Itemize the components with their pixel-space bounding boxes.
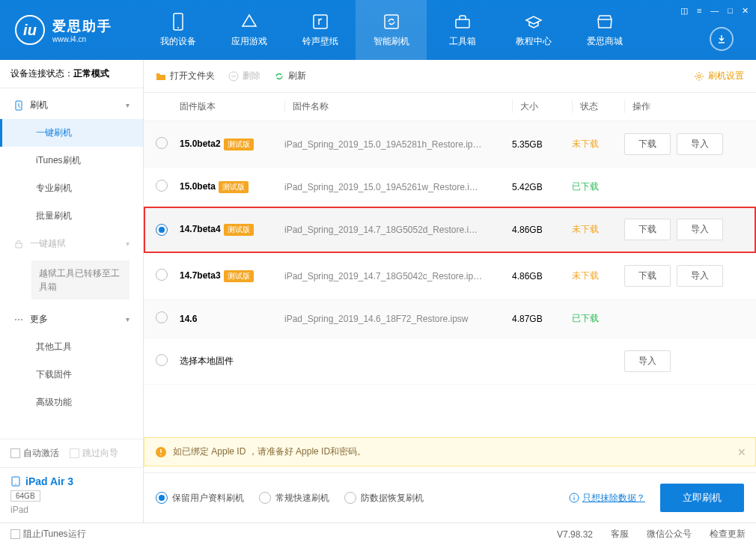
- sidebar-item-download[interactable]: 下载固件: [0, 361, 143, 389]
- nav-my-device[interactable]: 我的设备: [142, 0, 213, 60]
- svg-rect-6: [16, 243, 22, 248]
- radio-icon[interactable]: [156, 269, 168, 281]
- flash-settings-button[interactable]: 刷机设置: [694, 70, 744, 82]
- logo-text: 爱思助手 www.i4.cn: [52, 17, 112, 43]
- sidebar-item-itunes[interactable]: iTunes刷机: [0, 147, 143, 174]
- graduation-icon: [525, 13, 543, 31]
- firmware-status: 未下载: [572, 224, 599, 234]
- sidebar-item-advanced[interactable]: 高级功能: [0, 389, 143, 416]
- import-button[interactable]: 导入: [677, 219, 723, 240]
- import-button[interactable]: 导入: [677, 133, 723, 155]
- device-type: iPad: [10, 505, 132, 515]
- firmware-size: 4.86GB: [512, 271, 572, 281]
- download-button[interactable]: 下载: [624, 133, 671, 155]
- window-maximize-icon[interactable]: □: [728, 6, 733, 16]
- window-minimize-icon[interactable]: —: [710, 6, 719, 16]
- store-icon: [596, 13, 614, 31]
- sidebar-jailbreak-note: 越狱工具已转移至工具箱: [31, 261, 129, 299]
- svg-rect-3: [385, 15, 398, 28]
- lock-icon: [13, 239, 24, 249]
- chevron-down-icon: ▾: [126, 315, 129, 323]
- firmware-name: iPad_Spring_2019_15.0_19A5281h_Restore.i…: [284, 139, 512, 150]
- device-name: iPad Air 3: [10, 475, 132, 487]
- nav-store[interactable]: 爱思商城: [569, 0, 640, 60]
- svg-point-1: [177, 27, 179, 28]
- download-button[interactable]: 下载: [624, 219, 671, 240]
- folder-icon: [156, 71, 166, 82]
- logo-url: www.i4.cn: [52, 35, 112, 43]
- radio-icon: [344, 492, 356, 504]
- erase-data-link[interactable]: 只想抹除数据？: [569, 492, 645, 505]
- nav-apps[interactable]: 应用游戏: [213, 0, 284, 60]
- sidebar-item-pro[interactable]: 专业刷机: [0, 174, 143, 202]
- block-itunes-checkbox[interactable]: 阻止iTunes运行: [10, 528, 86, 541]
- nav-toolbox[interactable]: 工具箱: [427, 0, 498, 60]
- firmware-row[interactable]: 14.7beta4测试版 iPad_Spring_2019_14.7_18G50…: [144, 207, 756, 253]
- firmware-row[interactable]: 14.6 iPad_Spring_2019_14.6_18F72_Restore…: [144, 299, 756, 338]
- update-link[interactable]: 检查更新: [710, 528, 746, 541]
- nav-ringtones[interactable]: 铃声壁纸: [284, 0, 356, 60]
- nav-tutorials[interactable]: 教程中心: [498, 0, 569, 60]
- firmware-row[interactable]: 14.7beta3测试版 iPad_Spring_2019_14.7_18G50…: [144, 253, 756, 299]
- window-controls: ◫ ≡ — □ ✕: [680, 6, 749, 16]
- local-firmware-row[interactable]: 选择本地固件 导入: [144, 338, 756, 385]
- auto-activate-checkbox[interactable]: 自动激活: [10, 447, 59, 460]
- download-progress-icon[interactable]: [710, 27, 734, 51]
- firmware-size: 5.42GB: [512, 182, 572, 192]
- skip-guide-checkbox[interactable]: 跳过向导: [70, 447, 118, 460]
- logo-icon: iu: [15, 15, 45, 45]
- nav-smart-flash[interactable]: 智能刷机: [356, 0, 427, 60]
- refresh-button[interactable]: 刷新: [274, 70, 306, 82]
- window-menu-icon[interactable]: ≡: [697, 6, 701, 16]
- beta-badge: 测试版: [224, 270, 254, 282]
- phone-icon: [169, 13, 187, 31]
- firmware-size: 4.86GB: [512, 225, 572, 235]
- toolbar: 打开文件夹 删除 刷新 刷机设置: [144, 60, 756, 93]
- flash-option-normal[interactable]: 常规快速刷机: [259, 492, 329, 505]
- open-folder-button[interactable]: 打开文件夹: [156, 70, 215, 82]
- device-status: 设备连接状态：正常模式: [0, 60, 143, 88]
- import-button[interactable]: 导入: [677, 265, 723, 287]
- service-link[interactable]: 客服: [611, 528, 629, 541]
- download-button[interactable]: 下载: [624, 265, 671, 287]
- radio-icon[interactable]: [156, 180, 168, 192]
- radio-icon[interactable]: [156, 311, 168, 323]
- radio-icon[interactable]: [156, 224, 168, 236]
- sidebar-more-section[interactable]: 更多 ▾: [0, 305, 143, 333]
- top-nav: 我的设备 应用游戏 铃声壁纸 智能刷机 工具箱 教程中心 爱思商城: [142, 0, 640, 60]
- import-button[interactable]: 导入: [624, 350, 671, 372]
- device-storage: 64GB: [10, 490, 40, 502]
- beta-badge: 测试版: [219, 181, 249, 193]
- wechat-link[interactable]: 微信公众号: [647, 528, 692, 541]
- flash-option-antirecovery[interactable]: 防数据恢复刷机: [344, 492, 424, 505]
- sidebar-item-batch[interactable]: 批量刷机: [0, 202, 143, 230]
- sidebar-jailbreak-section: 一键越狱 ▾: [0, 230, 143, 258]
- firmware-table: 15.0beta2测试版 iPad_Spring_2019_15.0_19A52…: [144, 121, 756, 437]
- flash-option-keep[interactable]: 保留用户资料刷机: [156, 492, 244, 505]
- sidebar-item-oneclick[interactable]: 一键刷机: [0, 119, 143, 147]
- firmware-row[interactable]: 15.0beta测试版 iPad_Spring_2019_15.0_19A526…: [144, 168, 756, 207]
- firmware-row[interactable]: 15.0beta2测试版 iPad_Spring_2019_15.0_19A52…: [144, 121, 756, 168]
- svg-point-7: [15, 319, 16, 320]
- refresh-icon: [382, 13, 400, 31]
- col-action: 操作: [624, 100, 744, 113]
- sidebar-item-other[interactable]: 其他工具: [0, 333, 143, 361]
- radio-icon[interactable]: [156, 354, 168, 366]
- logo-area: iu 爱思助手 www.i4.cn: [0, 15, 142, 45]
- local-firmware-label: 选择本地固件: [180, 355, 512, 368]
- window-close-icon[interactable]: ✕: [742, 6, 749, 16]
- warning-icon: [155, 446, 167, 458]
- close-icon[interactable]: ✕: [737, 446, 746, 458]
- svg-point-11: [15, 484, 16, 484]
- radio-icon[interactable]: [156, 137, 168, 149]
- svg-rect-2: [314, 15, 327, 28]
- firmware-name: iPad_Spring_2019_14.7_18G5052d_Restore.i…: [284, 225, 512, 235]
- notice-bar: 如已绑定 Apple ID ，请准备好 Apple ID和密码。 ✕: [144, 437, 756, 466]
- flash-now-button[interactable]: 立即刷机: [660, 484, 744, 512]
- svg-rect-4: [456, 19, 469, 28]
- sidebar-flash-section[interactable]: 刷机 ▾: [0, 91, 143, 119]
- firmware-name: iPad_Spring_2019_14.6_18F72_Restore.ipsw: [284, 314, 512, 324]
- window-theme-icon[interactable]: ◫: [680, 6, 688, 16]
- delete-button[interactable]: 删除: [228, 70, 260, 82]
- svg-point-9: [21, 319, 22, 320]
